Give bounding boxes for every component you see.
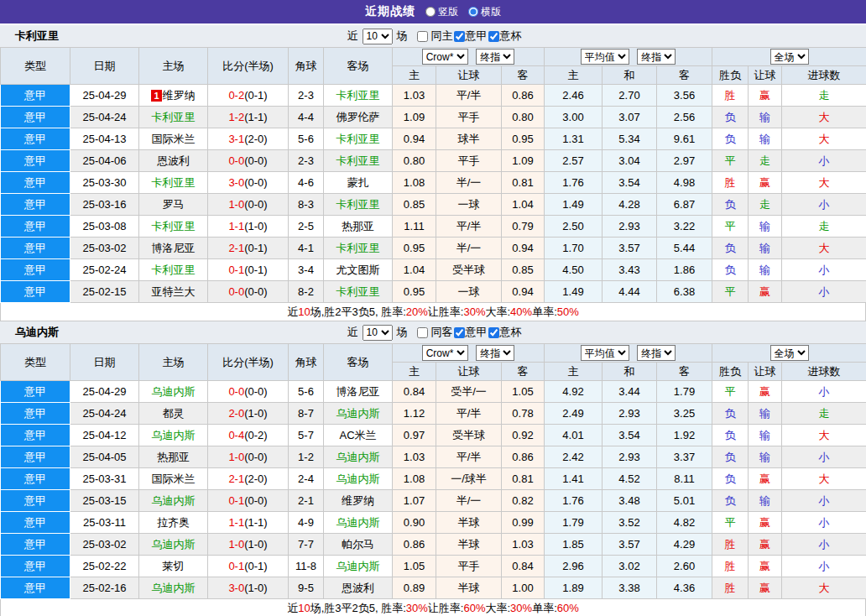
scope-select[interactable]: 全场 — [770, 49, 809, 65]
home-team-cell: 莱切 — [139, 556, 208, 577]
horizontal-layout-radio[interactable] — [468, 7, 478, 17]
handicap-result: 输 — [749, 107, 782, 128]
match-date-cell: 25-04-05 — [70, 446, 139, 468]
halftime-score: (1-1) — [244, 111, 267, 123]
home-team-cell: 国际米兰 — [139, 468, 208, 490]
match-type-cell: 意甲 — [1, 128, 70, 150]
italy-cup-checkbox[interactable] — [488, 31, 499, 42]
crown-handicap: 半球 — [436, 577, 502, 599]
scope-group-header: 全场 — [712, 48, 866, 66]
avg-away-odds: 3.56 — [657, 85, 712, 107]
match-row: 意甲25-04-12乌迪内斯0-4(0-2)5-7AC米兰0.97受半球0.92… — [1, 425, 866, 446]
home-team-cell: 1维罗纳 — [139, 85, 208, 107]
summary-part: 20% — [406, 305, 428, 318]
fulltime-score: 2-0 — [228, 407, 244, 420]
italy-cup-option[interactable]: 意杯 — [488, 325, 522, 340]
winloss-result: 负 — [712, 259, 749, 281]
handicap-result: 赢 — [749, 512, 782, 534]
winloss-result: 平 — [712, 281, 749, 303]
final-odds-select-1[interactable]: 终指 — [476, 345, 514, 361]
match-date-cell: 25-03-30 — [70, 172, 139, 194]
average-select[interactable]: 平均值 — [581, 345, 629, 361]
home-team-name: 国际米兰 — [152, 472, 196, 485]
bookmaker-select[interactable]: Crow* — [422, 49, 468, 65]
crown-home-odds: 1.11 — [393, 216, 436, 238]
summary-part: 30% — [510, 602, 532, 614]
final-odds-select-2[interactable]: 终指 — [637, 345, 676, 361]
final-odds-select-2[interactable]: 终指 — [637, 49, 676, 65]
recent-count-select[interactable]: 10 — [363, 325, 393, 341]
halftime-score: (1-0) — [244, 407, 267, 420]
crown-away-odds: 0.78 — [502, 403, 545, 425]
away-team-cell: 乌迪内斯 — [324, 468, 393, 490]
crown-home-odds: 0.84 — [393, 381, 436, 403]
crown-away-odds: 0.80 — [502, 107, 545, 128]
match-type-cell: 意甲 — [1, 446, 70, 468]
match-type-cell: 意甲 — [1, 107, 70, 128]
match-date-cell: 25-04-24 — [70, 403, 139, 425]
vertical-layout-radio[interactable] — [425, 7, 436, 17]
serie-a-checkbox[interactable] — [454, 327, 465, 338]
winloss-result: 胜 — [712, 172, 749, 194]
goals-result: 小 — [782, 446, 866, 468]
subcol-crown-handicap: 让球 — [436, 66, 502, 85]
serie-a-option[interactable]: 意甲 — [453, 325, 488, 340]
halftime-score: (0-1) — [244, 264, 267, 276]
halftime-score: (0-2) — [244, 429, 267, 441]
recent-count-select[interactable]: 10 — [363, 29, 393, 44]
corners-cell: 8-7 — [289, 403, 324, 425]
summary-part: 10 — [298, 602, 310, 614]
crown-home-odds: 0.95 — [393, 238, 436, 259]
average-select[interactable]: 平均值 — [581, 49, 629, 65]
italy-cup-checkbox[interactable] — [488, 327, 499, 338]
same-venue-checkbox[interactable] — [417, 327, 428, 338]
away-team-name: 卡利亚里 — [336, 242, 380, 254]
crown-handicap: 半/一 — [436, 490, 502, 512]
summary-part: 50% — [557, 305, 579, 318]
same-venue-option[interactable]: 同主 — [410, 29, 453, 44]
avg-home-odds: 2.49 — [545, 403, 603, 425]
corners-cell: 4-9 — [289, 512, 324, 534]
handicap-result: 赢 — [749, 577, 782, 599]
same-venue-label: 同主 — [431, 29, 453, 44]
serie-a-option[interactable]: 意甲 — [453, 29, 488, 44]
crown-home-odds: 1.12 — [393, 403, 436, 425]
home-team-name: 莱切 — [163, 560, 185, 572]
layout-option-horizontal[interactable]: 横版 — [468, 5, 501, 19]
layout-option-vertical[interactable]: 竖版 — [425, 5, 458, 19]
avg-draw-odds: 3.07 — [603, 107, 657, 128]
score-cell: 1-0(0-0) — [208, 194, 289, 216]
home-team-cell: 卡利亚里 — [139, 259, 208, 281]
italy-cup-option[interactable]: 意杯 — [488, 29, 522, 44]
same-venue-option[interactable]: 同客 — [410, 325, 453, 340]
winloss-result: 平 — [712, 150, 749, 172]
fulltime-score: 1-0 — [228, 451, 244, 463]
subcol-avg-home: 主 — [545, 363, 603, 381]
crown-handicap: 平/半 — [436, 446, 502, 468]
goals-result: 走 — [782, 216, 866, 238]
avg-home-odds: 1.49 — [545, 194, 603, 216]
crown-away-odds: 0.86 — [502, 446, 545, 468]
crown-home-odds: 1.09 — [393, 107, 436, 128]
corners-cell: 9-5 — [289, 577, 324, 599]
serie-a-checkbox[interactable] — [454, 31, 465, 42]
team-name: 乌迪内斯 — [15, 325, 59, 340]
bookmaker-select[interactable]: Crow* — [422, 345, 468, 361]
subcol-avg-draw: 和 — [603, 363, 657, 381]
winloss-result: 负 — [712, 490, 749, 512]
score-cell: 2-1(0-1) — [208, 238, 289, 259]
scope-select[interactable]: 全场 — [770, 345, 809, 361]
handicap-result: 赢 — [749, 534, 782, 556]
same-venue-checkbox[interactable] — [417, 31, 428, 42]
final-odds-select-1[interactable]: 终指 — [476, 49, 514, 65]
winloss-result: 平 — [712, 512, 749, 534]
handicap-result: 输 — [749, 425, 782, 446]
summary-line: 近10场,胜3平2负5, 胜率:30% 让胜率:60% 大率:30% 单率:60… — [0, 599, 866, 616]
away-team-cell: 卡利亚里 — [324, 194, 393, 216]
away-team-cell: 帕尔马 — [324, 534, 393, 556]
match-type-cell: 意甲 — [1, 194, 70, 216]
match-type-cell: 意甲 — [1, 577, 70, 599]
italy-cup-label: 意杯 — [500, 325, 522, 340]
subcol-handicap-result: 让球 — [749, 66, 782, 85]
avg-away-odds: 5.44 — [657, 238, 712, 259]
